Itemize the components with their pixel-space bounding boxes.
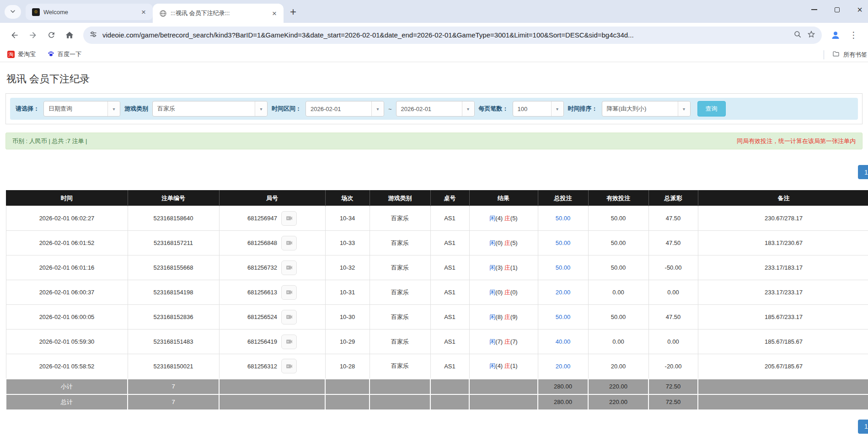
empty-cell [430,394,469,410]
total-bet-link[interactable]: 50.00 [556,264,571,271]
result-player: 闲 [489,289,495,296]
empty-cell [469,379,538,394]
sort-select[interactable]: 降冪(由大到小) ▾ [602,101,691,117]
result-banker: 庄 [504,314,510,320]
date-start-select[interactable]: 2026-02-01 ▾ [305,101,384,117]
result-banker: 庄 [504,239,510,246]
cell-total-bet[interactable]: 50.00 [538,231,588,255]
video-replay-button[interactable] [281,359,297,373]
search-button[interactable]: 查询 [697,101,726,117]
video-replay-button[interactable] [281,261,297,275]
forward-button[interactable] [25,27,41,43]
cell-total-bet[interactable]: 20.00 [538,280,588,305]
cell-total-bet[interactable]: 40.00 [538,330,588,354]
game-type-label: 游戏类别 [124,105,148,113]
column-header: 场次 [325,191,370,206]
per-page-select[interactable]: 100 ▾ [513,101,564,117]
total-bet-link[interactable]: 50.00 [556,314,571,320]
all-bookmarks-label: 所有书签 [843,51,867,59]
table-body: 2026-02-01 06:02:27523168158640681256947… [6,206,868,410]
cell-total-bet[interactable]: 50.00 [538,255,588,280]
cell-total-bet[interactable]: 20.00 [538,354,588,379]
cell-result: 闲(8) 庄(9) [469,305,538,330]
cell-game-type: 百家乐 [370,330,430,354]
column-header: 总投注 [538,191,588,206]
tab-search-button[interactable] [5,5,21,19]
cell-total-bet[interactable]: 50.00 [538,305,588,330]
cell-bet-number: 523168152836 [128,305,219,330]
tab-welcome[interactable]: ♔ Welcome × [26,4,153,20]
result-banker: 庄 [504,264,510,271]
tab-betrecord[interactable]: :::视讯 会员下注纪录::: × [153,4,284,23]
column-header: 时间 [6,191,128,206]
total-bet-link[interactable]: 50.00 [556,215,571,222]
close-window-button[interactable]: × [856,6,863,13]
cell-result: 闲(4) 庄(1) [469,354,538,379]
welcome-favicon-icon: ♔ [32,8,40,16]
cell-time: 2026-02-01 05:59:30 [6,330,128,354]
total-bet-link[interactable]: 20.00 [556,363,571,370]
subtotal-row-label: 小计 [6,379,128,394]
back-button[interactable] [6,27,23,43]
empty-cell [219,394,325,410]
close-tab-icon[interactable]: × [139,8,148,16]
bookmark-star-icon[interactable] [807,30,815,40]
home-icon [65,31,74,40]
site-settings-icon[interactable] [90,31,97,40]
page-1-button[interactable]: 1 [858,165,868,179]
video-replay-button[interactable] [281,310,297,324]
pagination-bottom: 1 [5,420,868,434]
cell-result: 闲(0) 庄(5) [469,231,538,255]
cell-time: 2026-02-01 06:02:27 [6,206,128,231]
video-replay-button[interactable] [281,335,297,349]
result-player: 闲 [489,314,495,320]
cell-table-number: AS1 [430,305,469,330]
maximize-button[interactable] [833,6,841,13]
game-type-select[interactable]: 百家乐 ▾ [152,101,268,117]
caret-down-icon: ▾ [551,101,563,116]
video-replay-button[interactable] [281,211,297,226]
tab-title: :::视讯 会员下注纪录::: [171,9,266,17]
new-tab-button[interactable]: + [290,6,296,17]
cell-payout: 0.00 [648,330,698,354]
bookmark-baidu[interactable]: 百度一下 [48,50,81,58]
result-player: 闲 [489,239,495,246]
video-replay-button[interactable] [281,285,297,300]
address-bar[interactable]: videoie.com/game/betrecord_search/kind3?… [83,27,822,44]
video-camera-icon [285,264,293,271]
cell-payout: 0.00 [648,280,698,305]
profile-avatar[interactable] [827,27,844,43]
all-bookmarks[interactable]: 所有书签 [824,47,867,62]
round-number-text: 681256613 [247,289,277,296]
query-type-select[interactable]: 日期查询 ▾ [43,101,120,117]
date-start-value: 2026-02-01 [306,101,371,116]
cell-note: 183.17/230.67 [698,231,868,255]
home-button[interactable] [61,27,78,43]
round-number-text: 681256848 [247,239,277,246]
tab-title: Welcome [43,9,135,16]
filter-panel: 请选择： 日期查询 ▾ 游戏类别 百家乐 ▾ 时间区间： 2026-02-01 … [5,93,863,124]
minimize-button[interactable] [810,6,818,13]
zoom-icon[interactable] [793,30,802,40]
back-arrow-icon [10,31,19,40]
page-1-button[interactable]: 1 [858,420,868,434]
cell-bet-number: 523168158640 [128,206,219,231]
cell-round-number: 681256848 [219,231,325,255]
video-replay-button[interactable] [281,236,297,250]
per-page-value: 100 [513,101,551,116]
reload-button[interactable] [43,27,59,43]
bookmark-taobao[interactable]: 淘 爱淘宝 [7,50,36,58]
date-end-select[interactable]: 2026-02-01 ▾ [396,101,475,117]
cell-total-bet[interactable]: 50.00 [538,206,588,231]
url-text[interactable]: videoie.com/game/betrecord_search/kind3?… [102,31,788,39]
total-bet-link[interactable]: 50.00 [556,239,571,246]
close-tab-icon[interactable]: × [270,9,279,18]
result-player: 闲 [489,362,495,369]
browser-menu-button[interactable]: ⋮ [846,30,862,40]
cell-payout: -50.00 [648,255,698,280]
baidu-paw-icon [48,50,54,58]
tab-strip: ♔ Welcome × :::视讯 会员下注纪录::: × + × [0,0,868,23]
total-bet-link[interactable]: 40.00 [556,338,571,345]
total-bet-link[interactable]: 20.00 [556,289,571,296]
cell-payout: -20.00 [648,354,698,379]
